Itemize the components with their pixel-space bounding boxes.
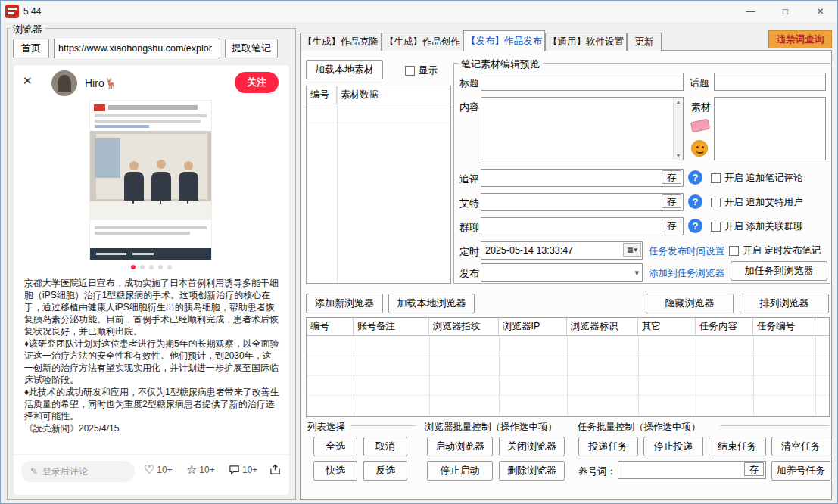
tab-generate-create[interactable]: 【生成】作品创作 xyxy=(382,33,463,51)
group-chat-input[interactable] xyxy=(481,217,684,235)
carousel-dot[interactable] xyxy=(149,265,154,269)
publish-select[interactable]: ▾ xyxy=(481,263,643,282)
column-header[interactable]: 其它 xyxy=(638,318,696,335)
group-chat-enable-checkbox[interactable]: 开启 添加关联群聊 xyxy=(711,220,802,233)
schedule-settings-link[interactable]: 任务发布时间设置 xyxy=(649,245,724,258)
column-header[interactable]: 浏览器指纹 xyxy=(429,318,499,335)
at-label: 艾特 xyxy=(459,197,479,210)
image-link-line xyxy=(95,125,149,128)
tab-generate-clone[interactable]: 【生成】作品克隆 xyxy=(300,33,382,51)
delete-browsers-button[interactable]: 删除浏览器 xyxy=(499,461,565,481)
material-box[interactable] xyxy=(714,97,826,160)
load-materials-button[interactable]: 加载本地素材 xyxy=(306,60,383,79)
content-textarea[interactable] xyxy=(481,97,684,160)
comment-input[interactable]: ✎ 登录后评论 xyxy=(21,461,135,482)
column-header[interactable]: 任务内容 xyxy=(696,318,753,335)
post-paragraph: 京都大学医院近日宣布，成功实施了日本首例利用诱导多能干细胞（iPS细胞）治疗1型… xyxy=(24,277,280,338)
image-caption-line xyxy=(95,232,190,235)
like-count: 10+ xyxy=(157,465,172,475)
select-all-button[interactable]: 全选 xyxy=(313,437,357,456)
checkbox-box xyxy=(711,198,721,207)
stop-deliver-button[interactable]: 停止投递 xyxy=(643,437,703,456)
collect-button[interactable]: ☆ 10+ xyxy=(186,464,215,476)
comment-placeholder: 登录后评论 xyxy=(42,465,88,478)
carousel-dot[interactable] xyxy=(140,265,145,269)
show-checkbox[interactable]: 显示 xyxy=(405,64,438,77)
hide-browsers-button[interactable]: 隐藏浏览器 xyxy=(646,294,734,313)
carousel-dot[interactable] xyxy=(131,265,136,269)
maximize-icon[interactable]: □ xyxy=(768,1,802,22)
at-enable-checkbox[interactable]: 开启 追加艾特用户 xyxy=(711,196,802,209)
followup-enable-checkbox[interactable]: 开启 追加笔记评论 xyxy=(711,172,802,185)
materials-table[interactable]: 编号 素材数据 xyxy=(306,86,451,284)
deliver-tasks-button[interactable]: 投递任务 xyxy=(578,437,638,456)
browsers-table[interactable]: 编号 账号备注 浏览器指纹 浏览器IP 浏览器标识 其它 任务内容 任务编号 xyxy=(306,317,830,417)
checkbox-box xyxy=(711,222,721,232)
topic-input[interactable] xyxy=(714,73,826,91)
avatar[interactable] xyxy=(51,70,77,96)
stop-start-button[interactable]: 停止启动 xyxy=(427,461,493,481)
banned-words-button[interactable]: 违禁词查询 xyxy=(768,30,832,48)
calendar-dropdown-icon[interactable]: ▦▾ xyxy=(623,243,641,257)
column-header[interactable]: 浏览器标识 xyxy=(567,318,638,335)
column-header[interactable]: 编号 xyxy=(307,86,337,104)
post-close-icon[interactable]: ✕ xyxy=(23,74,33,88)
title-input[interactable] xyxy=(481,73,684,91)
column-header[interactable]: 任务编号 xyxy=(753,318,815,335)
tab-update[interactable]: 更新 xyxy=(627,33,662,51)
carousel-dot[interactable] xyxy=(167,265,172,269)
carousel-dot[interactable] xyxy=(158,265,163,269)
post-image[interactable] xyxy=(89,100,212,260)
start-browsers-button[interactable]: 启动浏览器 xyxy=(427,437,493,456)
comment-button[interactable]: 10+ xyxy=(229,464,257,475)
add-nurture-task-button[interactable]: 加养号任务 xyxy=(771,461,830,481)
close-browsers-button[interactable]: 关闭浏览器 xyxy=(499,437,565,456)
at-input[interactable] xyxy=(481,193,684,211)
close-icon[interactable]: ✕ xyxy=(803,1,837,22)
post-preview-card: ✕ Hiro🦌 关注 xyxy=(13,64,290,496)
followup-save-button[interactable]: 存 xyxy=(662,170,681,184)
quick-select-button[interactable]: 快选 xyxy=(313,461,357,481)
clear-tasks-button[interactable]: 清空任务 xyxy=(771,437,830,456)
nurture-field: 存 xyxy=(618,461,766,479)
column-header[interactable]: 编号 xyxy=(307,318,354,335)
post-author[interactable]: Hiro🦌 xyxy=(85,77,117,89)
column-header[interactable]: 素材数据 xyxy=(337,86,450,104)
content-scrollbar[interactable]: ▲▼ xyxy=(673,98,683,160)
add-to-task-browser-link[interactable]: 添加到任务浏览器 xyxy=(649,267,724,280)
add-browser-button[interactable]: 添加新浏览器 xyxy=(306,294,383,313)
load-local-browsers-button[interactable]: 加载本地浏览器 xyxy=(388,294,475,313)
invert-select-button[interactable]: 反选 xyxy=(363,461,407,481)
cancel-select-button[interactable]: 取消 xyxy=(363,437,407,456)
share-button[interactable] xyxy=(269,464,281,475)
add-task-to-browser-button[interactable]: 加任务到浏览器 xyxy=(731,261,827,281)
home-button[interactable]: 首页 xyxy=(13,39,49,58)
carousel-dots xyxy=(14,265,289,269)
at-save-button[interactable]: 存 xyxy=(662,194,681,208)
followup-help-icon[interactable]: ? xyxy=(688,170,702,185)
schedule-enable-checkbox[interactable]: 开启 定时发布笔记 xyxy=(729,244,821,257)
column-header[interactable]: 账号备注 xyxy=(354,318,429,335)
materials-table-header: 编号 素材数据 xyxy=(307,86,450,104)
emoji-face-icon[interactable] xyxy=(691,140,708,157)
minimize-icon[interactable]: — xyxy=(734,1,768,22)
group-chat-help-icon[interactable]: ? xyxy=(688,219,702,233)
at-help-icon[interactable]: ? xyxy=(688,194,702,209)
like-button[interactable]: ♡ 10+ xyxy=(144,464,173,476)
tab-publish[interactable]: 【发布】作品发布 xyxy=(463,30,545,51)
app-icon xyxy=(5,5,19,18)
follow-button[interactable]: 关注 xyxy=(235,72,279,93)
arrange-browsers-button[interactable]: 排列浏览器 xyxy=(740,294,829,313)
at-field: 存 xyxy=(481,193,684,211)
schedule-datetime-input[interactable] xyxy=(481,241,643,260)
tab-settings[interactable]: 【通用】软件设置 xyxy=(545,33,627,51)
group-chat-save-button[interactable]: 存 xyxy=(662,219,681,232)
column-header[interactable]: 浏览器IP xyxy=(499,318,567,335)
url-input[interactable] xyxy=(54,39,220,58)
followup-field: 存 xyxy=(481,169,684,187)
extract-note-button[interactable]: 提取笔记 xyxy=(225,39,278,58)
end-tasks-button[interactable]: 结束任务 xyxy=(709,437,766,456)
followup-input[interactable] xyxy=(481,169,684,187)
nurture-save-button[interactable]: 存 xyxy=(744,462,764,476)
group-chat-label: 群聊 xyxy=(459,221,479,235)
